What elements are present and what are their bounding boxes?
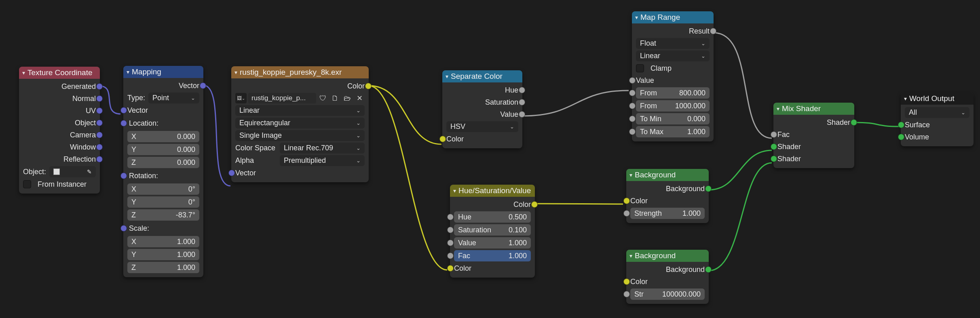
datatype-dropdown[interactable]: Float⌄: [636, 38, 710, 49]
from-max-field[interactable]: From1000.000: [636, 100, 710, 112]
socket-out-vector[interactable]: [200, 82, 206, 89]
color-space-dropdown[interactable]: Linear Rec.709⌄: [280, 143, 365, 154]
socket-in-float[interactable]: [629, 77, 636, 84]
unlink-icon[interactable]: ✕: [354, 93, 365, 103]
socket-in-vector[interactable]: [120, 173, 127, 179]
socket-out-vector[interactable]: [96, 156, 103, 162]
node-background-2[interactable]: ▾ Background Background Color Str100000.…: [626, 250, 709, 304]
socket-out-float[interactable]: [710, 28, 716, 34]
socket-out-color[interactable]: [531, 201, 538, 208]
socket-in-float[interactable]: [623, 210, 630, 217]
object-input[interactable]: ✎: [49, 166, 96, 177]
socket-in-color[interactable]: [623, 278, 630, 285]
fake-user-icon[interactable]: 🛡︎: [318, 93, 328, 103]
socket-out-float[interactable]: [519, 111, 525, 118]
node-header[interactable]: ▾ Separate Color: [442, 70, 522, 82]
node-header[interactable]: ▾ Mix Shader: [773, 103, 854, 115]
node-header[interactable]: ▾ World Output: [901, 93, 974, 105]
node-separate-color[interactable]: ▾ Separate Color Hue Saturation Value HS…: [442, 70, 522, 148]
node-header[interactable]: ▾ Background: [626, 250, 709, 262]
image-name-field[interactable]: rustig_koppie_p...: [248, 93, 316, 103]
socket-out-shader[interactable]: [705, 185, 712, 192]
from-min-field[interactable]: From800.000: [636, 87, 710, 99]
strength-field[interactable]: Str100000.000: [630, 289, 705, 300]
socket-in-float[interactable]: [447, 214, 454, 220]
projection-dropdown[interactable]: Equirectangular⌄: [235, 118, 365, 128]
node-header[interactable]: ▾ Hue/Saturation/Value: [450, 185, 535, 197]
fac-field[interactable]: Fac1.000: [454, 250, 531, 261]
node-header[interactable]: ▾ rustig_koppie_puresky_8k.exr: [231, 66, 369, 78]
scale-z[interactable]: Z1.000: [127, 262, 199, 273]
node-image-texture[interactable]: ▾ rustig_koppie_puresky_8k.exr Color 🖼︎ …: [231, 66, 369, 182]
socket-in-color[interactable]: [447, 265, 454, 272]
socket-in-float[interactable]: [447, 253, 454, 259]
rotation-z[interactable]: Z-83.7°: [127, 209, 199, 221]
node-world-output[interactable]: ▾ World Output All⌄ Surface Volume: [901, 93, 974, 146]
hue-field[interactable]: Hue0.500: [454, 211, 531, 223]
open-image-icon[interactable]: 🗁: [342, 93, 353, 103]
saturation-field[interactable]: Saturation0.100: [454, 224, 531, 236]
from-instancer-checkbox[interactable]: [23, 180, 31, 188]
socket-out-color[interactable]: [365, 83, 372, 89]
node-mix-shader[interactable]: ▾ Mix Shader Shader Fac Shader Shader: [773, 103, 854, 168]
socket-in-float[interactable]: [447, 227, 454, 233]
socket-in-shader[interactable]: [771, 156, 777, 162]
socket-in-float[interactable]: [629, 116, 636, 122]
node-header[interactable]: ▾ Mapping: [123, 66, 203, 78]
socket-in-vector[interactable]: [228, 170, 235, 176]
socket-in-vector[interactable]: [120, 120, 127, 126]
frames-dropdown[interactable]: Single Image⌄: [235, 130, 365, 141]
node-background-1[interactable]: ▾ Background Background Color Strength1.…: [626, 169, 709, 223]
socket-out-vector[interactable]: [96, 120, 103, 126]
socket-in-float[interactable]: [629, 90, 636, 96]
eyedropper-icon[interactable]: ✎: [87, 168, 92, 175]
socket-out-float[interactable]: [519, 99, 525, 105]
node-mapping[interactable]: ▾ Mapping Vector Type: Point⌄ Vector Loc…: [123, 66, 203, 277]
strength-field[interactable]: Strength1.000: [630, 208, 705, 219]
socket-in-color[interactable]: [439, 136, 446, 142]
target-dropdown[interactable]: All⌄: [905, 107, 969, 118]
rotation-x[interactable]: X0°: [127, 183, 199, 195]
interpolation-dropdown[interactable]: Linear⌄: [235, 105, 365, 116]
socket-in-float[interactable]: [623, 291, 630, 297]
node-texture-coordinate[interactable]: ▾ Texture Coordinate Generated Normal UV…: [19, 67, 100, 194]
socket-in-float[interactable]: [771, 131, 777, 138]
location-z[interactable]: Z0.000: [127, 157, 199, 168]
socket-out-shader[interactable]: [851, 119, 857, 126]
location-y[interactable]: Y0.000: [127, 144, 199, 155]
socket-in-float[interactable]: [629, 128, 636, 135]
node-header[interactable]: ▾ Background: [626, 169, 709, 181]
socket-in-shader[interactable]: [898, 122, 904, 128]
socket-out-float[interactable]: [519, 87, 525, 93]
location-x[interactable]: X0.000: [127, 131, 199, 142]
socket-out-vector[interactable]: [96, 144, 103, 150]
socket-out-vector[interactable]: [96, 83, 103, 90]
socket-out-vector[interactable]: [96, 95, 103, 102]
to-min-field[interactable]: To Min0.000: [636, 113, 710, 124]
scale-x[interactable]: X1.000: [127, 236, 199, 247]
socket-in-float[interactable]: [629, 103, 636, 109]
mode-dropdown[interactable]: HSV⌄: [446, 121, 518, 132]
node-hue-saturation-value[interactable]: ▾ Hue/Saturation/Value Color Hue0.500 Sa…: [450, 185, 535, 278]
value-field[interactable]: Value1.000: [454, 237, 531, 249]
rotation-y[interactable]: Y0°: [127, 196, 199, 208]
new-image-icon[interactable]: 🗋: [330, 93, 340, 103]
socket-in-vector[interactable]: [120, 225, 127, 232]
type-dropdown[interactable]: Point⌄: [148, 93, 199, 103]
image-browse-dropdown[interactable]: 🖼︎ ⌄: [235, 93, 247, 103]
node-map-range[interactable]: ▾ Map Range Result Float⌄ Linear⌄ Clamp …: [632, 11, 714, 141]
node-header[interactable]: ▾ Texture Coordinate: [19, 67, 100, 79]
socket-in-vector[interactable]: [120, 107, 127, 114]
socket-in-shader[interactable]: [898, 134, 904, 140]
alpha-dropdown[interactable]: Premultiplied⌄: [280, 155, 365, 166]
socket-out-vector[interactable]: [96, 132, 103, 138]
color-swatch[interactable]: [654, 277, 705, 286]
socket-in-shader[interactable]: [771, 143, 777, 150]
socket-in-color[interactable]: [623, 198, 630, 204]
interpolation-dropdown[interactable]: Linear⌄: [636, 51, 710, 61]
node-header[interactable]: ▾ Map Range: [632, 11, 714, 23]
socket-out-vector[interactable]: [96, 107, 103, 114]
clamp-checkbox[interactable]: [636, 64, 644, 72]
to-max-field[interactable]: To Max1.000: [636, 126, 710, 137]
socket-out-shader[interactable]: [705, 266, 712, 273]
